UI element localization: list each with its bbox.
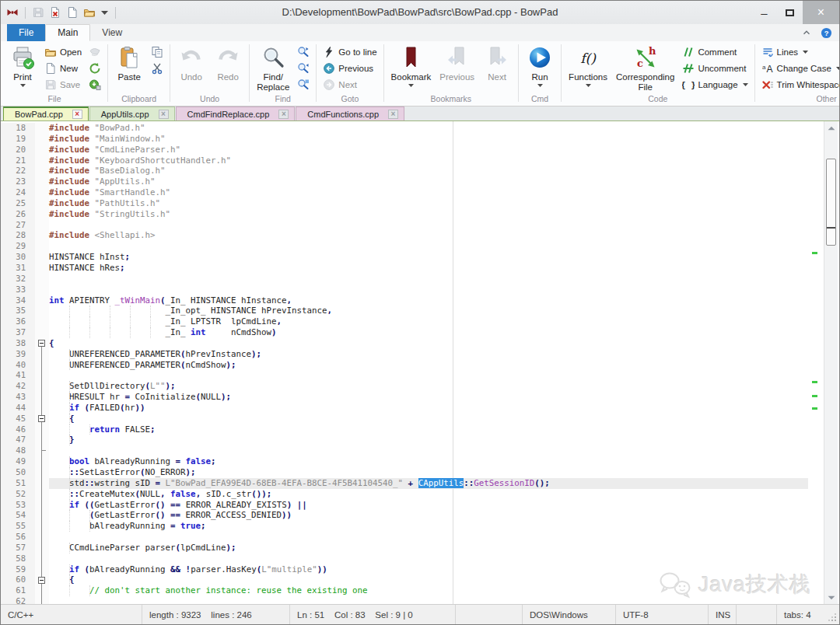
scroll-up-icon[interactable]	[825, 123, 838, 134]
code-line-56[interactable]: 56	[1, 532, 808, 543]
code-line-27[interactable]: 27	[1, 220, 808, 231]
scrollbar-thumb[interactable]	[826, 159, 836, 246]
goto-previous-button[interactable]: Previous	[320, 60, 380, 76]
code-line-21[interactable]: 21#include "KeyboardShortcutHandler.h"	[1, 155, 808, 166]
tab-close-icon[interactable]: ×	[72, 110, 82, 119]
code-line-23[interactable]: 23#include "AppUtils.h"	[1, 176, 808, 187]
fold-margin[interactable]	[35, 338, 49, 349]
bookmark-previous-button[interactable]: Previous	[436, 44, 478, 82]
fold-marker-icon[interactable]	[38, 340, 45, 347]
code-line-47[interactable]: 47 }	[1, 435, 808, 445]
ribbon-tab-view[interactable]: View	[90, 24, 134, 41]
status-insert-mode[interactable]: INS	[709, 605, 737, 624]
fold-marker-icon[interactable]	[38, 415, 45, 422]
tab-close-icon[interactable]: ×	[278, 110, 289, 119]
open-button[interactable]: Open	[41, 44, 85, 60]
go-to-line-button[interactable]: Go to line	[320, 44, 380, 60]
code-line-42[interactable]: 42 SetDllDirectory(L"");	[1, 381, 808, 392]
minimize-button[interactable]: –	[751, 1, 777, 24]
code-line-33[interactable]: 33	[1, 285, 808, 295]
quick-close-file-button[interactable]	[48, 5, 62, 19]
bowpad-logo-button[interactable]	[5, 5, 19, 19]
fold-marker-icon[interactable]	[38, 577, 45, 584]
code-line-45[interactable]: 45 {	[1, 414, 808, 424]
tab-close-icon[interactable]: ×	[159, 110, 169, 119]
collapse-ribbon-icon[interactable]	[801, 27, 812, 38]
import-button[interactable]	[86, 76, 104, 93]
functions-button[interactable]: f()Functions	[565, 44, 611, 87]
code-line-24[interactable]: 24#include "SmartHandle.h"	[1, 187, 808, 198]
save-button[interactable]: Save	[41, 76, 85, 93]
code-line-60[interactable]: 60 {	[1, 574, 808, 585]
find-previous-button[interactable]	[294, 60, 313, 76]
bookmark-next-button[interactable]: Next	[479, 44, 515, 82]
code-line-25[interactable]: 25#include "PathUtils.h"	[1, 198, 808, 209]
reload-button[interactable]	[86, 60, 104, 76]
scroll-down-icon[interactable]	[825, 592, 838, 603]
code-line-19[interactable]: 19#include "MainWindow.h"	[1, 134, 808, 145]
resize-grip-icon[interactable]	[828, 613, 837, 622]
goto-next-button[interactable]: Next	[320, 76, 380, 93]
code-line-36[interactable]: 36 _In_ LPTSTR lpCmdLine,	[1, 316, 808, 327]
trim-whitespaces-button[interactable]: Trim Whitespaces	[758, 76, 839, 93]
code-line-61[interactable]: 61 // don't start another instance: reus…	[1, 585, 808, 596]
help-icon[interactable]: ?	[821, 27, 832, 39]
code-line-18[interactable]: 18#include "BowPad.h"	[1, 123, 808, 134]
code-line-35[interactable]: 35 _In_opt_ HINSTANCE hPrevInstance,	[1, 306, 808, 316]
lines-button[interactable]: Lines	[758, 44, 839, 60]
code-line-55[interactable]: 55 bAlreadyRunning = true;	[1, 521, 808, 532]
fold-margin[interactable]	[35, 574, 49, 585]
vertical-scrollbar[interactable]	[824, 121, 838, 606]
status-encoding[interactable]: UTF-8	[616, 605, 709, 624]
new-button[interactable]: New	[41, 60, 85, 76]
run-button[interactable]: Run	[522, 44, 558, 87]
code-line-58[interactable]: 58	[1, 553, 808, 564]
close-button[interactable]: ×	[803, 1, 839, 24]
code-line-30[interactable]: 30HINSTANCE hInst;	[1, 252, 808, 263]
status-eol-format[interactable]: DOS\Windows	[523, 605, 616, 624]
find-next-button[interactable]	[294, 44, 313, 60]
code-line-51[interactable]: 51 std::wstring sID = L"BowPad_EFA99E4D-…	[1, 478, 808, 489]
undo-button[interactable]: Undo	[173, 44, 209, 82]
comment-button[interactable]: Comment	[679, 44, 751, 60]
code-line-49[interactable]: 49 bool bAlreadyRunning = false;	[1, 456, 808, 467]
redo-button[interactable]: Redo	[210, 44, 246, 82]
code-line-39[interactable]: 39 UNREFERENCED_PARAMETER(hPrevInstance)…	[1, 349, 808, 360]
code-line-50[interactable]: 50 ::SetLastError(NO_ERROR);	[1, 467, 808, 478]
code-line-57[interactable]: 57 CCmdLineParser parser(lpCmdLine);	[1, 543, 808, 553]
cut-button[interactable]	[148, 60, 166, 76]
file-tab-bowpad-cpp[interactable]: BowPad.cpp×	[3, 106, 89, 120]
ribbon-tab-main[interactable]: Main	[45, 24, 90, 41]
code-line-20[interactable]: 20#include "CmdLineParser.h"	[1, 145, 808, 155]
status-language[interactable]: C/C++	[1, 605, 142, 624]
copy-button[interactable]	[148, 44, 166, 60]
quick-open-file-button[interactable]	[82, 5, 96, 19]
file-tab-cmdfindreplace-cpp[interactable]: CmdFindReplace.cpp×	[176, 106, 296, 120]
code-line-48[interactable]: 48	[1, 445, 808, 456]
code-line-41[interactable]: 41	[1, 370, 808, 381]
uncomment-button[interactable]: Uncomment	[679, 60, 751, 76]
code-line-28[interactable]: 28#include <Shellapi.h>	[1, 230, 808, 241]
code-line-53[interactable]: 53 if ((GetLastError() == ERROR_ALREADY_…	[1, 500, 808, 511]
tab-close-icon[interactable]: ×	[388, 110, 398, 119]
status-tabs[interactable]: tabs: 4	[777, 605, 839, 624]
quick-save-button[interactable]	[31, 5, 45, 19]
paste-button[interactable]: Paste	[111, 44, 147, 82]
file-tab-apputils-cpp[interactable]: AppUtils.cpp×	[89, 106, 175, 120]
code-line-38[interactable]: 38{	[1, 338, 808, 349]
code-line-62[interactable]: 62	[1, 596, 808, 606]
ribbon-tab-file[interactable]: File	[7, 24, 45, 41]
code-line-44[interactable]: 44 if (FAILED(hr))	[1, 403, 808, 414]
fold-margin[interactable]	[35, 414, 49, 424]
code-line-29[interactable]: 29	[1, 241, 808, 252]
code-line-34[interactable]: 34int APIENTRY _tWinMain(_In_ HINSTANCE …	[1, 295, 808, 306]
quick-new-file-button[interactable]	[65, 5, 79, 19]
code-line-22[interactable]: 22#include "BaseDialog.h"	[1, 166, 808, 176]
corresponding-file-button[interactable]: chCorrespondingFile	[612, 44, 678, 92]
code-line-40[interactable]: 40 UNREFERENCED_PARAMETER(nCmdShow);	[1, 360, 808, 371]
code-line-37[interactable]: 37 _In_ int nCmdShow)	[1, 327, 808, 338]
file-tab-cmdfunctions-cpp[interactable]: CmdFunctions.cpp×	[296, 106, 404, 120]
code-line-54[interactable]: 54 (GetLastError() == ERROR_ACCESS_DENIE…	[1, 510, 808, 521]
code-line-46[interactable]: 46 return FALSE;	[1, 424, 808, 435]
code-line-52[interactable]: 52 ::CreateMutex(NULL, false, sID.c_str(…	[1, 489, 808, 500]
